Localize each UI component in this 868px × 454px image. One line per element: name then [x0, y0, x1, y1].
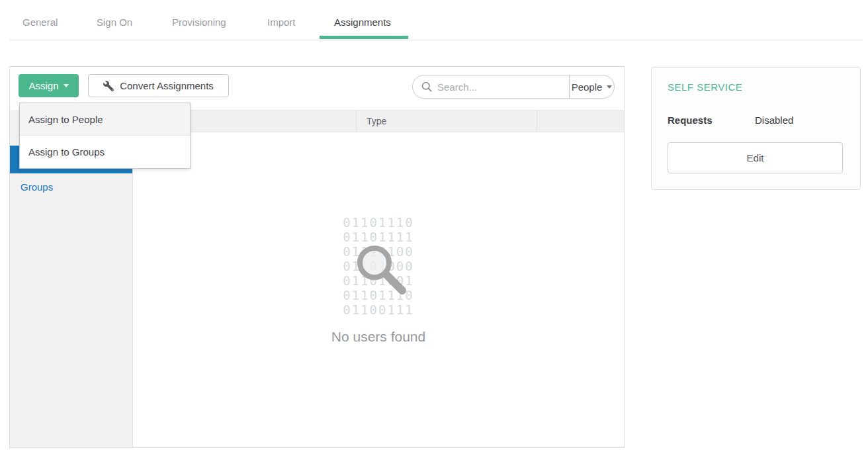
magnifier-icon: [343, 232, 416, 304]
tab-import[interactable]: Import: [267, 17, 296, 28]
assign-button[interactable]: Assign: [19, 74, 79, 97]
table-header-actions: [537, 111, 624, 132]
search-scope-dropdown[interactable]: People: [569, 75, 614, 98]
wrench-icon: [103, 81, 114, 91]
tab-sign-on[interactable]: Sign On: [97, 17, 132, 28]
search-scope-label: People: [572, 81, 603, 93]
tab-provisioning[interactable]: Provisioning: [172, 17, 226, 28]
menu-item-assign-to-people[interactable]: Assign to People: [20, 103, 190, 136]
tab-assignments[interactable]: Assignments: [334, 17, 391, 28]
tab-general[interactable]: General: [22, 17, 58, 28]
table-body: 01101110 01101111 01110100 01101000 0110…: [133, 132, 624, 447]
app-screen: General Sign On Provisioning Import Assi…: [0, 0, 868, 454]
requests-label: Requests: [668, 114, 713, 126]
assign-button-label: Assign: [28, 80, 58, 91]
search-control: People: [412, 75, 615, 99]
self-service-title: SELF SERVICE: [668, 81, 742, 93]
requests-value: Disabled: [755, 114, 793, 126]
search-icon: [421, 81, 432, 92]
binary-line: 01101110: [331, 215, 425, 230]
binary-line: 01100111: [331, 302, 425, 317]
search-input[interactable]: [437, 81, 569, 93]
sidebar-item-groups[interactable]: Groups: [10, 173, 132, 201]
assignments-table: Type 01101110 01101111 01110100 01101000…: [133, 110, 624, 447]
caret-down-icon: [607, 85, 612, 89]
search-segment: [413, 75, 569, 98]
convert-assignments-button[interactable]: Convert Assignments: [88, 74, 229, 97]
empty-state: 01101110 01101111 01110100 01101000 0110…: [331, 215, 425, 345]
assignments-panel: Assign Convert Assignments People: [9, 66, 625, 448]
edit-button[interactable]: Edit: [668, 142, 843, 173]
table-header-type: Type: [357, 111, 537, 132]
self-service-panel: SELF SERVICE Requests Disabled Edit: [651, 67, 861, 190]
menu-item-assign-to-groups[interactable]: Assign to Groups: [20, 136, 190, 168]
active-tab-underline: [320, 36, 408, 39]
app-tabbar: General Sign On Provisioning Import Assi…: [9, 0, 862, 40]
convert-assignments-label: Convert Assignments: [120, 80, 214, 91]
assign-dropdown-menu: Assign to People Assign to Groups: [19, 103, 191, 169]
caret-down-icon: [64, 84, 69, 87]
table-header-row: Type: [133, 110, 624, 132]
empty-state-message: No users found: [331, 329, 425, 345]
